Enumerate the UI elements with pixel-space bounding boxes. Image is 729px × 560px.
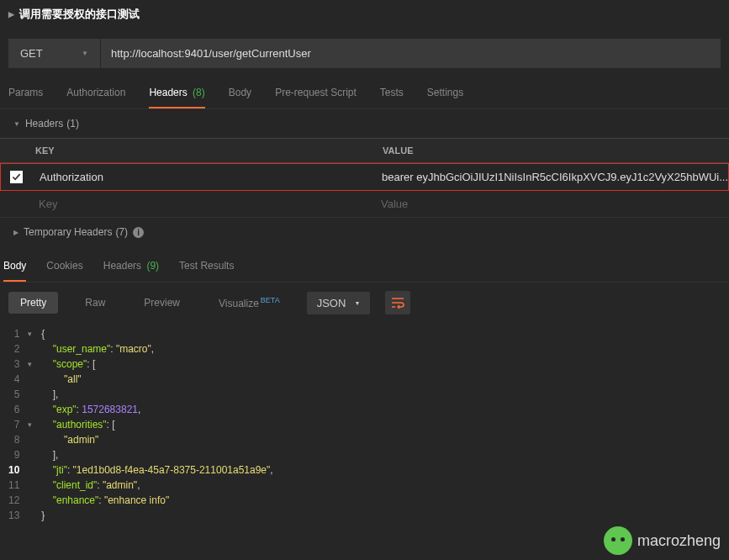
tab-params[interactable]: Params: [8, 78, 43, 108]
wechat-icon: [604, 526, 632, 555]
headers-subheader[interactable]: ▼ Headers (1): [0, 109, 729, 138]
beta-badge: BETA: [261, 296, 280, 304]
page-title-bar[interactable]: ▶ 调用需要授权的接口测试: [0, 0, 729, 29]
header-key-placeholder[interactable]: Key: [30, 191, 372, 217]
tab-authorization[interactable]: Authorization: [66, 78, 125, 108]
wrap-icon: [391, 297, 404, 309]
headers-count: (8): [193, 87, 205, 98]
collapse-icon: ▶: [8, 10, 14, 18]
format-select[interactable]: JSON ▼: [307, 292, 371, 314]
header-key-cell[interactable]: Authorization: [31, 164, 373, 190]
watermark-text: macrozheng: [637, 532, 721, 550]
line-numbers: 12345678910111213: [0, 326, 28, 523]
headers-table: KEY VALUE Authorization bearer eyJhbGciO…: [0, 138, 729, 218]
tab-headers[interactable]: Headers (8): [149, 78, 204, 108]
table-header-row: KEY VALUE: [0, 138, 729, 163]
pretty-button[interactable]: Pretty: [8, 292, 58, 314]
th-key: KEY: [0, 139, 372, 162]
method-select[interactable]: GET ▼: [8, 39, 101, 68]
temp-headers-count: (7): [115, 226, 128, 238]
info-icon[interactable]: i: [133, 227, 144, 238]
fold-gutter: [28, 326, 41, 523]
wrap-button[interactable]: [385, 291, 410, 314]
rtab-body[interactable]: Body: [3, 251, 26, 282]
headers-label: Headers: [25, 118, 63, 129]
watermark: macrozheng: [604, 526, 721, 555]
response-body[interactable]: 12345678910111213 { "user_name": "macro"…: [0, 323, 729, 523]
tab-tests[interactable]: Tests: [380, 78, 404, 108]
collapse-icon: ▼: [13, 120, 20, 128]
raw-button[interactable]: Raw: [73, 292, 117, 314]
rtab-cookies[interactable]: Cookies: [46, 251, 82, 282]
temp-headers-label: Temporary Headers: [24, 226, 112, 238]
chevron-down-icon: ▼: [354, 300, 360, 306]
checkbox-cell: [0, 191, 30, 217]
header-value-cell[interactable]: bearer eyJhbGciOiJIUzI1NiIsInR5cCI6IkpXV…: [373, 164, 728, 190]
rtab-headers[interactable]: Headers (9): [103, 251, 159, 282]
response-tabs: Body Cookies Headers (9) Test Results: [0, 251, 729, 283]
collapse-icon: ▶: [13, 229, 18, 236]
code-content: { "user_name": "macro", "scope": [ "all"…: [41, 326, 272, 523]
request-tabs: Params Authorization Headers (8) Body Pr…: [0, 78, 729, 109]
th-value: VALUE: [372, 139, 729, 162]
response-toolbar: Pretty Raw Preview VisualizeBETA JSON ▼: [0, 283, 729, 323]
preview-button[interactable]: Preview: [132, 292, 192, 314]
checkbox-cell[interactable]: [1, 164, 31, 190]
table-row: Authorization bearer eyJhbGciOiJIUzI1NiI…: [0, 163, 729, 191]
page-title: 调用需要授权的接口测试: [19, 7, 140, 22]
temp-headers-subheader[interactable]: ▶ Temporary Headers (7) i: [0, 218, 729, 246]
table-row-empty: Key Value: [0, 191, 729, 218]
chevron-down-icon: ▼: [82, 50, 88, 57]
checkbox-checked-icon: [10, 171, 23, 183]
tab-settings[interactable]: Settings: [427, 78, 463, 108]
request-bar: GET ▼ http://localhost:9401/user/getCurr…: [8, 39, 721, 68]
visualize-button[interactable]: VisualizeBETA: [207, 291, 292, 314]
method-label: GET: [20, 47, 43, 60]
tab-prerequest[interactable]: Pre-request Script: [275, 78, 357, 108]
rtab-testresults[interactable]: Test Results: [179, 251, 234, 282]
format-label: JSON: [317, 297, 346, 309]
header-value-placeholder[interactable]: Value: [372, 191, 729, 217]
headers-count: (1): [66, 118, 79, 129]
resp-headers-count: (9): [146, 260, 159, 272]
tab-body[interactable]: Body: [229, 78, 251, 108]
url-input[interactable]: http://localhost:9401/user/getCurrentUse…: [101, 39, 721, 68]
